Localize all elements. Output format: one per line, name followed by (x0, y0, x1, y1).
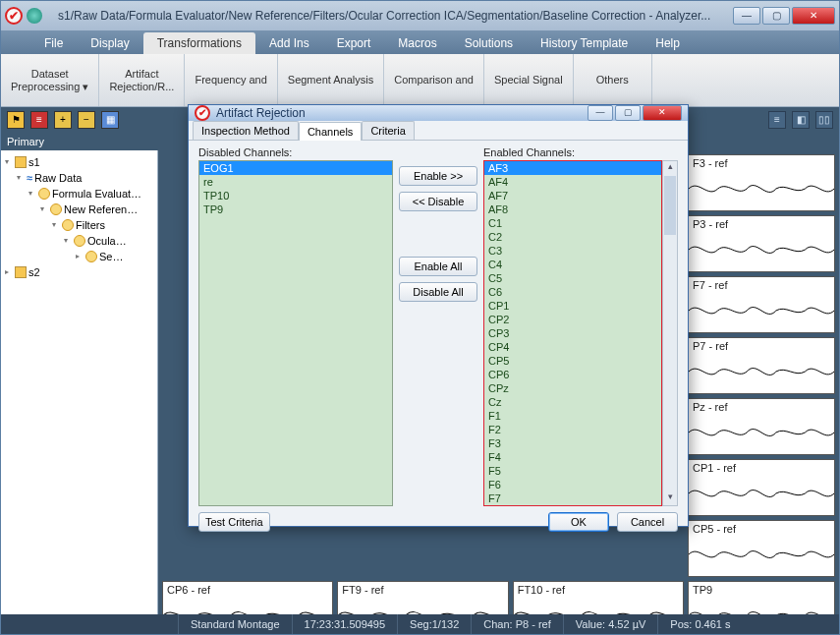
list-item[interactable]: re (199, 175, 392, 189)
menu-help[interactable]: Help (642, 32, 694, 54)
menu-macros[interactable]: Macros (384, 32, 450, 54)
channel-plot[interactable]: P7 - ref (688, 337, 835, 394)
minimize-button[interactable]: — (733, 7, 760, 25)
channel-plot[interactable]: TP9 (688, 581, 835, 614)
channel-plot[interactable]: F3 - ref (688, 154, 835, 211)
tool-icon[interactable]: ≡ (30, 111, 48, 129)
list-item[interactable]: AF8 (484, 202, 661, 216)
ok-button[interactable]: OK (548, 512, 609, 532)
zoom-out-icon[interactable]: − (78, 111, 95, 129)
list-item[interactable]: TP9 (199, 202, 392, 216)
dialog-close-button[interactable]: ✕ (643, 105, 682, 121)
dialog-minimize-button[interactable]: — (588, 105, 613, 121)
channel-plot[interactable]: FT10 - ref (513, 581, 684, 614)
menu-transformations[interactable]: Transformations (143, 32, 255, 54)
list-item[interactable]: AF4 (484, 175, 661, 189)
tree-node[interactable]: Se… (5, 249, 153, 264)
menu-solutions[interactable]: Solutions (451, 32, 527, 54)
tree-node[interactable]: ≈ Raw Data (5, 170, 153, 186)
list-item[interactable]: C4 (484, 258, 661, 271)
tab-inspection-method[interactable]: Inspection Method (193, 121, 299, 140)
list-item[interactable]: C1 (484, 216, 661, 230)
tree-node[interactable]: New Referen… (5, 202, 153, 217)
list-item[interactable]: F7 (484, 491, 661, 505)
list-item[interactable]: CP1 (484, 299, 661, 313)
test-criteria-button[interactable]: Test Criteria (198, 512, 270, 532)
close-button[interactable]: ✕ (792, 7, 835, 25)
list-item[interactable]: C6 (484, 285, 661, 299)
list-item[interactable]: Cz (484, 395, 661, 409)
list-item[interactable]: CP4 (484, 340, 661, 354)
channel-plot[interactable]: CP5 - ref (688, 520, 835, 577)
menu-history-template[interactable]: History Template (527, 32, 642, 54)
view-tool-icon[interactable]: ▯▯ (815, 111, 833, 129)
menu-file[interactable]: File (30, 32, 77, 54)
disable-button[interactable]: << Disable (399, 192, 477, 211)
scroll-thumb[interactable] (664, 176, 676, 235)
disabled-channels-list[interactable]: EOG1reTP10TP9 (198, 160, 393, 506)
menu-add-ins[interactable]: Add Ins (255, 32, 323, 54)
list-item[interactable]: F6 (484, 478, 661, 491)
ribbon-group[interactable]: Special Signal (484, 54, 574, 106)
tree-node[interactable]: s1 (5, 154, 153, 170)
list-item[interactable]: F1 (484, 409, 661, 423)
list-item[interactable]: C3 (484, 244, 661, 258)
list-item[interactable]: F3 (484, 436, 661, 450)
tab-channels[interactable]: Channels (299, 122, 362, 141)
channel-plot[interactable]: Pz - ref (688, 398, 835, 455)
tool-icon[interactable]: ⚑ (7, 111, 25, 129)
list-item[interactable]: F2 (484, 423, 661, 436)
list-item[interactable]: CP3 (484, 326, 661, 340)
scroll-down-icon[interactable]: ▾ (663, 491, 677, 505)
enabled-channels-list[interactable]: AF3AF4AF7AF8C1C2C3C4C5C6CP1CP2CP3CP4CP5C… (483, 160, 662, 506)
ribbon-group[interactable]: DatasetPreprocessing ▾ (1, 54, 99, 106)
list-item[interactable]: F5 (484, 464, 661, 478)
list-item[interactable]: F4 (484, 450, 661, 464)
tree-node[interactable]: Ocula… (5, 233, 153, 249)
channel-plot[interactable]: CP1 - ref (688, 459, 835, 516)
view-tool-icon[interactable]: ≡ (768, 111, 786, 129)
tree-node-label: Se… (99, 249, 123, 264)
disable-all-button[interactable]: Disable All (399, 282, 477, 302)
list-item[interactable]: CPz (484, 381, 661, 395)
list-item[interactable]: EOG1 (199, 161, 392, 175)
dialog-maximize-button[interactable]: ▢ (615, 105, 641, 121)
channel-plot[interactable]: CP6 - ref (162, 581, 333, 614)
zoom-in-icon[interactable]: + (54, 111, 72, 129)
ribbon-group[interactable]: Frequency and (185, 54, 277, 106)
enable-all-button[interactable]: Enable All (399, 257, 477, 276)
dialog-body: Disabled Channels: EOG1reTP10TP9 Enable … (189, 141, 688, 512)
tree-node[interactable]: Filters (5, 217, 153, 233)
main-window: ✔ s1/Raw Data/Formula Evaluator/New Refe… (0, 0, 840, 635)
tree-node[interactable]: Formula Evaluat… (5, 186, 153, 202)
list-item[interactable]: AF3 (484, 161, 661, 175)
cancel-button[interactable]: Cancel (617, 512, 678, 532)
menu-display[interactable]: Display (77, 32, 142, 54)
tab-criteria[interactable]: Criteria (362, 121, 414, 140)
channel-plot[interactable]: P3 - ref (688, 215, 835, 272)
channel-plot[interactable]: F7 - ref (688, 276, 835, 333)
menu-export[interactable]: Export (323, 32, 385, 54)
enabled-list-scrollbar[interactable]: ▴ ▾ (662, 160, 678, 506)
list-item[interactable]: C2 (484, 230, 661, 244)
maximize-button[interactable]: ▢ (762, 7, 790, 25)
view-tool-icon[interactable]: ◧ (792, 111, 810, 129)
history-tree[interactable]: s1≈ Raw Data Formula Evaluat… New Refere… (1, 150, 158, 614)
channel-plot[interactable]: FT9 - ref (337, 581, 508, 614)
app-icon: ✔ (5, 7, 23, 25)
list-item[interactable]: C5 (484, 271, 661, 285)
ribbon-group[interactable]: Others (574, 54, 652, 106)
list-item[interactable]: CP5 (484, 354, 661, 368)
scroll-up-icon[interactable]: ▴ (663, 161, 677, 175)
tool-icon[interactable]: ▦ (101, 111, 119, 129)
tree-node[interactable]: s2 (5, 264, 153, 280)
list-item[interactable]: CP6 (484, 368, 661, 381)
ribbon-group[interactable]: Comparison and (384, 54, 484, 106)
enable-button[interactable]: Enable >> (399, 166, 477, 186)
ribbon-group[interactable]: ArtifactRejection/R... (99, 54, 185, 106)
ribbon-group[interactable]: Segment Analysis (278, 54, 384, 106)
list-item[interactable]: AF7 (484, 189, 661, 202)
list-item[interactable]: TP10 (199, 189, 392, 202)
list-item[interactable]: CP2 (484, 313, 661, 326)
plot-label: Pz - ref (693, 401, 727, 413)
